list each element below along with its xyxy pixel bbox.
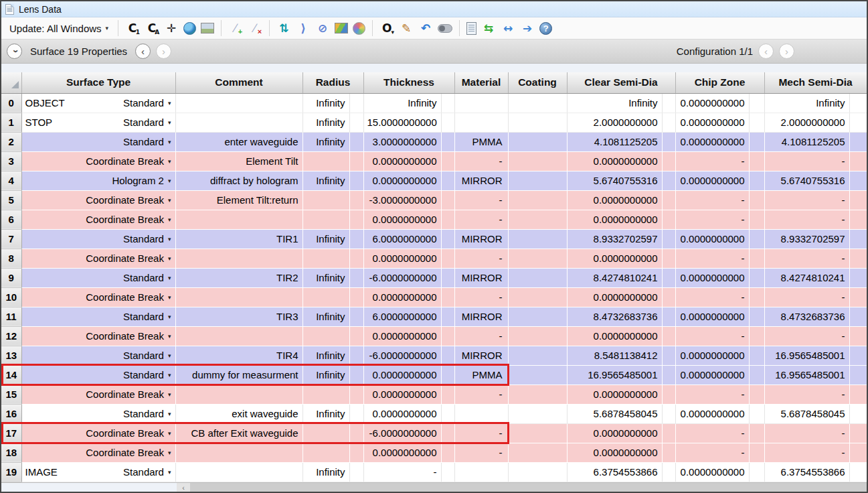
mech-semi-dia-solve-cell[interactable]: [849, 229, 867, 249]
coating-cell[interactable]: [508, 384, 567, 404]
clear-semi-dia-cell[interactable]: 8.9332702597: [567, 229, 662, 249]
mech-semi-dia-cell[interactable]: 16.9565485001: [764, 365, 849, 384]
comment-cell[interactable]: diffract by hologram: [175, 171, 302, 190]
thickness-cell[interactable]: 0.0000000000: [363, 287, 441, 307]
coating-cell[interactable]: [508, 210, 567, 229]
chip-zone-cell[interactable]: -: [675, 423, 749, 443]
row-number[interactable]: 10: [1, 287, 21, 307]
row-number[interactable]: 15: [1, 384, 21, 404]
mech-semi-dia-solve-cell[interactable]: [849, 423, 867, 443]
mech-semi-dia-solve-cell[interactable]: [849, 268, 867, 287]
surface-type-cell[interactable]: Standard▾: [21, 132, 175, 151]
thickness-solve-cell[interactable]: [441, 171, 454, 190]
coating-cell[interactable]: [508, 443, 567, 462]
radius-cell[interactable]: Infinity: [302, 132, 349, 151]
chip-zone-cell[interactable]: 0.0000000000: [675, 462, 749, 482]
thickness-cell[interactable]: 0.0000000000: [363, 384, 441, 404]
element-solve-icon[interactable]: ⇅: [276, 20, 291, 36]
mech-semi-dia-solve-cell[interactable]: [849, 93, 867, 113]
coating-cell[interactable]: [508, 268, 567, 287]
radius-solve-cell[interactable]: [349, 210, 363, 229]
thickness-solve-cell[interactable]: [441, 249, 454, 268]
row-number[interactable]: 0: [1, 93, 21, 113]
clear-semi-dia-solve-cell[interactable]: [662, 171, 675, 190]
material-cell[interactable]: [454, 404, 508, 423]
expand-properties-button[interactable]: ‹: [7, 44, 22, 59]
mech-semi-dia-cell[interactable]: 8.4274810241: [764, 268, 849, 287]
row-number[interactable]: 14: [1, 365, 21, 384]
clear-semi-dia-solve-cell[interactable]: [662, 287, 675, 307]
clear-semi-dia-solve-cell[interactable]: [662, 190, 675, 210]
clear-semi-dia-solve-cell[interactable]: [662, 93, 675, 113]
mech-semi-dia-solve-cell[interactable]: [849, 151, 867, 171]
thickness-cell[interactable]: -6.0000000000: [363, 268, 441, 287]
surface-type-cell[interactable]: Coordinate Break▾: [21, 190, 175, 210]
chip-zone-solve-cell[interactable]: [749, 307, 764, 326]
mech-semi-dia-solve-cell[interactable]: [849, 326, 867, 346]
coating-cell[interactable]: [508, 190, 567, 210]
clear-semi-dia-cell[interactable]: 8.4732683736: [567, 307, 662, 326]
surface-type-cell[interactable]: Standard▾: [21, 307, 175, 326]
radius-solve-cell[interactable]: [349, 326, 363, 346]
clear-semi-dia-solve-cell[interactable]: [662, 132, 675, 151]
mech-semi-dia-solve-cell[interactable]: [849, 404, 867, 423]
mech-semi-dia-solve-cell[interactable]: [849, 190, 867, 210]
surface-type-cell[interactable]: OBJECTStandard▾: [21, 93, 175, 113]
material-cell[interactable]: PMMA: [454, 365, 508, 384]
scroll-left-button[interactable]: ‹: [177, 483, 190, 492]
material-cell[interactable]: -: [454, 249, 508, 268]
chip-zone-solve-cell[interactable]: [749, 346, 764, 365]
comment-cell[interactable]: CB after Exit waveguide: [175, 423, 302, 443]
radius-cell[interactable]: Infinity: [302, 113, 349, 132]
radius-cell[interactable]: Infinity: [302, 346, 349, 365]
radius-solve-cell[interactable]: [349, 404, 363, 423]
clear-semi-dia-solve-cell[interactable]: [662, 151, 675, 171]
material-cell[interactable]: MIRROR: [454, 229, 508, 249]
comment-cell[interactable]: Element Tilt:return: [175, 190, 302, 210]
previous-surface-button[interactable]: ‹: [135, 44, 151, 59]
surface-type-dropdown-icon[interactable]: ▾: [168, 372, 171, 378]
radius-solve-cell[interactable]: [349, 443, 363, 462]
coating-cell[interactable]: [508, 113, 567, 132]
chip-zone-solve-cell[interactable]: [749, 249, 764, 268]
surface-type-dropdown-icon[interactable]: ▾: [168, 216, 171, 223]
row-number[interactable]: 4: [1, 171, 21, 190]
thickness-solve-cell[interactable]: [441, 443, 454, 462]
chip-zone-solve-cell[interactable]: [749, 443, 764, 462]
clear-semi-dia-cell[interactable]: 2.0000000000: [567, 113, 662, 132]
coating-cell[interactable]: [508, 365, 567, 384]
row-number[interactable]: 12: [1, 326, 21, 346]
clear-semi-dia-cell[interactable]: 0.0000000000: [567, 249, 662, 268]
thickness-cell[interactable]: 0.0000000000: [363, 210, 441, 229]
thickness-solve-cell[interactable]: [441, 113, 454, 132]
thickness-cell[interactable]: 0.0000000000: [363, 443, 441, 462]
mech-semi-dia-cell[interactable]: 5.6878458045: [764, 404, 849, 423]
clear-semi-dia-solve-cell[interactable]: [662, 326, 675, 346]
surface-type-dropdown-icon[interactable]: ▾: [168, 255, 171, 262]
clear-semi-dia-cell[interactable]: 5.6878458045: [567, 404, 662, 423]
radius-solve-cell[interactable]: [349, 171, 363, 190]
aperture-type-icon[interactable]: O▾: [379, 20, 394, 36]
chip-zone-cell[interactable]: 0.0000000000: [675, 113, 749, 132]
surface-type-dropdown-icon[interactable]: ▾: [168, 333, 171, 340]
thickness-solve-cell[interactable]: [441, 346, 454, 365]
radius-cell[interactable]: [302, 443, 349, 462]
surface-type-cell[interactable]: Coordinate Break▾: [21, 326, 175, 346]
image-icon[interactable]: [201, 23, 214, 33]
mech-semi-dia-cell[interactable]: -: [764, 151, 849, 171]
thickness-solve-cell[interactable]: [441, 229, 454, 249]
chip-zone-cell[interactable]: 0.0000000000: [675, 229, 749, 249]
comment-cell[interactable]: [175, 287, 302, 307]
toggle-icon[interactable]: [438, 24, 452, 33]
mech-semi-dia-cell[interactable]: 8.4732683736: [764, 307, 849, 326]
clear-semi-dia-cell[interactable]: 0.0000000000: [567, 151, 662, 171]
comment-cell[interactable]: TIR4: [175, 346, 302, 365]
radius-cell[interactable]: Infinity: [302, 171, 349, 190]
surface-type-dropdown-icon[interactable]: ▾: [168, 139, 171, 145]
radius-cell[interactable]: Infinity: [302, 229, 349, 249]
surface-type-dropdown-icon[interactable]: ▾: [168, 313, 171, 320]
surface-type-dropdown-icon[interactable]: ▾: [168, 197, 171, 204]
thickness-cell[interactable]: -: [363, 462, 441, 482]
material-cell[interactable]: MIRROR: [454, 171, 508, 190]
surface-type-cell[interactable]: Hologram 2▾: [21, 171, 175, 190]
